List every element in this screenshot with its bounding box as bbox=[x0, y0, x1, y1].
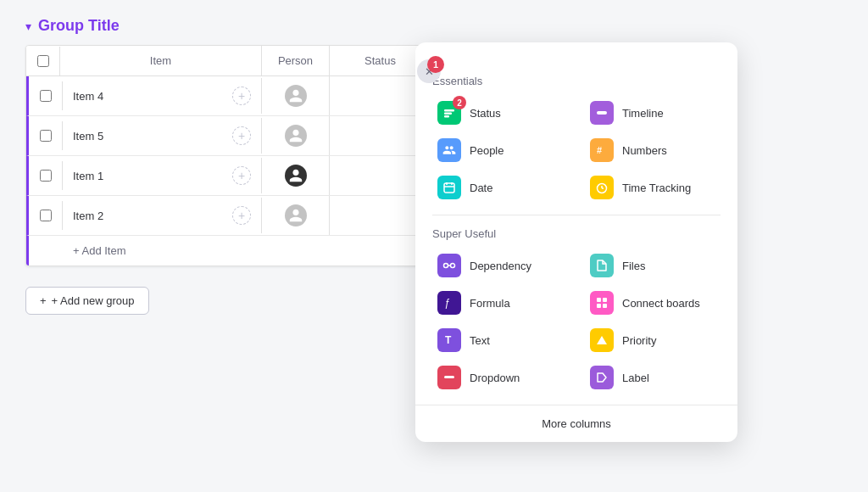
column-item-time-tracking[interactable]: Time Tracking bbox=[585, 172, 721, 203]
status-badge: 2 bbox=[453, 96, 466, 109]
select-all-checkbox[interactable] bbox=[37, 55, 49, 67]
row-check-2[interactable] bbox=[29, 121, 63, 150]
row-check-1[interactable] bbox=[29, 81, 63, 110]
super-useful-grid: Dependency Files ƒ Formula bbox=[432, 250, 721, 393]
column-item-status[interactable]: 2 Status bbox=[432, 98, 568, 128]
section-divider bbox=[432, 215, 721, 215]
chevron-icon[interactable]: ▾ bbox=[25, 20, 31, 33]
column-item-formula[interactable]: ƒ Formula bbox=[432, 288, 568, 318]
row-person-2[interactable] bbox=[262, 116, 330, 155]
add-group-label: + Add new group bbox=[52, 294, 135, 307]
people-icon bbox=[437, 138, 461, 162]
svg-rect-23 bbox=[444, 376, 454, 378]
column-item-connect-boards[interactable]: Connect boards bbox=[585, 288, 721, 318]
add-person-btn-3[interactable]: + bbox=[232, 166, 251, 185]
essentials-grid: 2 Status Timeline People bbox=[432, 98, 721, 203]
row-item-name-2: Item 5 bbox=[73, 130, 103, 143]
group-title-row: ▾ Group Title bbox=[25, 17, 843, 35]
row-person-1[interactable] bbox=[262, 76, 330, 115]
add-person-btn-1[interactable]: + bbox=[232, 87, 251, 105]
numbers-label: Numbers bbox=[622, 144, 667, 157]
dependency-icon bbox=[437, 254, 461, 277]
row-item-name-3: Item 1 bbox=[73, 170, 103, 182]
more-columns-button[interactable]: More columns bbox=[415, 405, 737, 442]
column-item-numbers[interactable]: # Numbers bbox=[585, 135, 721, 165]
avatar-4 bbox=[285, 204, 307, 226]
label-icon bbox=[590, 366, 614, 389]
svg-rect-0 bbox=[444, 109, 454, 112]
main-content: ▾ Group Title Item Person Status Date It… bbox=[0, 0, 868, 332]
row-checkbox-4[interactable] bbox=[40, 210, 52, 221]
add-new-group-button[interactable]: + + Add new group bbox=[25, 287, 149, 315]
svg-text:T: T bbox=[445, 334, 452, 346]
column-item-date[interactable]: Date bbox=[432, 172, 568, 203]
row-person-3[interactable] bbox=[262, 156, 330, 195]
timeline-label: Timeline bbox=[622, 107, 664, 120]
numbers-icon: # bbox=[590, 138, 614, 162]
files-label: Files bbox=[622, 260, 645, 272]
add-person-btn-2[interactable]: + bbox=[232, 126, 251, 145]
connect-boards-label: Connect boards bbox=[622, 297, 700, 310]
row-checkbox-2[interactable] bbox=[40, 130, 52, 142]
svg-rect-19 bbox=[597, 304, 601, 308]
avatar-1 bbox=[285, 85, 307, 107]
add-group-icon: + bbox=[40, 294, 47, 307]
close-badge: 1 bbox=[427, 56, 444, 73]
row-checkbox-1[interactable] bbox=[40, 90, 52, 102]
svg-rect-17 bbox=[597, 298, 601, 302]
column-item-dependency[interactable]: Dependency bbox=[432, 250, 568, 281]
column-item-people[interactable]: People bbox=[432, 135, 568, 165]
svg-marker-22 bbox=[597, 336, 607, 344]
svg-text:#: # bbox=[597, 145, 602, 155]
row-person-4[interactable] bbox=[262, 196, 330, 235]
add-item-label: + Add Item bbox=[73, 244, 126, 257]
label-label: Label bbox=[622, 372, 649, 384]
header-item-col: Item bbox=[60, 46, 262, 75]
date-icon bbox=[437, 176, 461, 199]
timeline-icon bbox=[590, 101, 614, 125]
dropdown-icon bbox=[437, 366, 461, 389]
column-item-priority[interactable]: Priority bbox=[585, 325, 721, 355]
column-item-files[interactable]: Files bbox=[585, 250, 721, 281]
avatar-3 bbox=[285, 165, 307, 187]
connect-boards-icon bbox=[590, 291, 614, 315]
formula-label: Formula bbox=[470, 297, 510, 310]
add-person-btn-4[interactable]: + bbox=[232, 206, 251, 225]
text-label: Text bbox=[470, 334, 490, 347]
svg-rect-1 bbox=[444, 113, 452, 115]
row-item-4: Item 2 + bbox=[63, 198, 262, 233]
priority-label: Priority bbox=[622, 334, 656, 347]
column-item-label[interactable]: Label bbox=[585, 362, 721, 393]
files-icon bbox=[590, 254, 614, 277]
svg-text:ƒ: ƒ bbox=[444, 297, 450, 309]
row-item-1: Item 4 + bbox=[63, 78, 262, 114]
svg-rect-18 bbox=[603, 298, 607, 302]
column-item-text[interactable]: T Text bbox=[432, 325, 568, 355]
time-tracking-icon bbox=[590, 176, 614, 199]
row-item-3: Item 1 + bbox=[63, 158, 262, 193]
column-item-timeline[interactable]: Timeline bbox=[585, 98, 721, 128]
svg-rect-20 bbox=[603, 304, 607, 308]
essentials-label: Essentials bbox=[432, 75, 721, 87]
header-check-col[interactable] bbox=[26, 47, 60, 75]
svg-point-14 bbox=[451, 264, 455, 268]
row-check-4[interactable] bbox=[29, 201, 63, 230]
column-picker-dropdown: ✕ 1 Essentials 2 Status Timeline bbox=[415, 42, 737, 442]
row-checkbox-3[interactable] bbox=[40, 170, 52, 182]
super-useful-label: Super Useful bbox=[432, 227, 721, 240]
status-label: Status bbox=[470, 107, 501, 120]
status-icon: 2 bbox=[437, 101, 461, 125]
column-item-dropdown[interactable]: Dropdown bbox=[432, 362, 568, 393]
svg-rect-6 bbox=[444, 183, 454, 193]
group-title-text: Group Title bbox=[38, 17, 120, 35]
svg-point-13 bbox=[444, 264, 448, 268]
time-tracking-label: Time Tracking bbox=[622, 182, 691, 194]
date-label: Date bbox=[470, 182, 492, 194]
row-check-3[interactable] bbox=[29, 161, 63, 190]
priority-icon bbox=[590, 328, 614, 352]
dependency-label: Dependency bbox=[470, 260, 531, 272]
people-label: People bbox=[470, 144, 504, 157]
more-columns-label: More columns bbox=[542, 417, 611, 430]
row-item-name-1: Item 4 bbox=[73, 90, 103, 103]
row-item-name-4: Item 2 bbox=[73, 210, 103, 222]
